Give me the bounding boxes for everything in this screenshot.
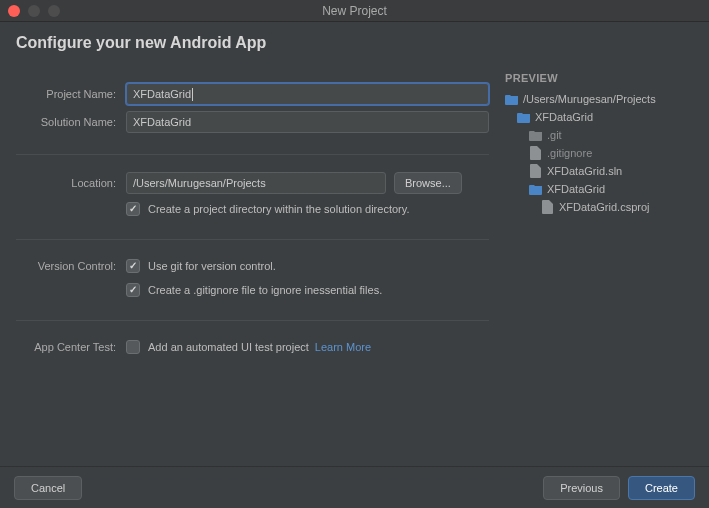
folder-icon (505, 92, 519, 106)
solution-name-label: Solution Name: (16, 116, 126, 128)
use-git-label: Use git for version control. (148, 260, 276, 272)
form-column: Project Name: XFDataGrid Solution Name: … (16, 66, 505, 466)
gitignore-label: Create a .gitignore file to ignore iness… (148, 284, 382, 296)
tree-root: /Users/Murugesan/Projects (505, 90, 693, 108)
page-title: Configure your new Android App (0, 22, 709, 66)
tree-gitignore-file: .gitignore (505, 144, 693, 162)
file-icon (529, 164, 543, 178)
close-window-button[interactable] (8, 5, 20, 17)
tree-sln-file: XFDataGrid.sln (505, 162, 693, 180)
tree-label: XFDataGrid (547, 183, 605, 195)
tree-csproj-file: XFDataGrid.csproj (505, 198, 693, 216)
project-name-value: XFDataGrid (133, 88, 191, 100)
folder-icon (517, 110, 531, 124)
tree-solution-dir: XFDataGrid (505, 108, 693, 126)
folder-icon (529, 128, 543, 142)
project-name-field[interactable]: XFDataGrid (126, 83, 489, 105)
project-name-label: Project Name: (16, 88, 126, 100)
file-icon (541, 200, 555, 214)
location-value: /Users/Murugesan/Projects (133, 177, 266, 189)
create-directory-label: Create a project directory within the so… (148, 203, 409, 215)
previous-button[interactable]: Previous (543, 476, 620, 500)
text-caret-icon (192, 88, 193, 101)
learn-more-link[interactable]: Learn More (315, 341, 371, 353)
solution-name-field[interactable]: XFDataGrid (126, 111, 489, 133)
location-label: Location: (16, 177, 126, 189)
tree-label: XFDataGrid (535, 111, 593, 123)
tree-label: .gitignore (547, 147, 592, 159)
ui-test-checkbox[interactable] (126, 340, 140, 354)
tree-label: XFDataGrid.sln (547, 165, 622, 177)
location-field[interactable]: /Users/Murugesan/Projects (126, 172, 386, 194)
browse-button-label: Browse... (405, 177, 451, 189)
create-button[interactable]: Create (628, 476, 695, 500)
cancel-button-label: Cancel (31, 482, 65, 494)
file-icon (529, 146, 543, 160)
use-git-checkbox[interactable] (126, 259, 140, 273)
create-button-label: Create (645, 482, 678, 494)
minimize-window-button (28, 5, 40, 17)
ui-test-label: Add an automated UI test project (148, 341, 309, 353)
preview-column: PREVIEW /Users/Murugesan/Projects XFData… (505, 66, 693, 466)
folder-icon (529, 182, 543, 196)
traffic-lights (8, 5, 60, 17)
browse-button[interactable]: Browse... (394, 172, 462, 194)
bottom-bar: Cancel Previous Create (0, 466, 709, 508)
titlebar: New Project (0, 0, 709, 22)
preview-tree: /Users/Murugesan/Projects XFDataGrid .gi… (505, 90, 693, 216)
tree-project-dir: XFDataGrid (505, 180, 693, 198)
zoom-window-button (48, 5, 60, 17)
tree-label: .git (547, 129, 562, 141)
tree-label: XFDataGrid.csproj (559, 201, 649, 213)
tree-label: /Users/Murugesan/Projects (523, 93, 656, 105)
app-center-test-label: App Center Test: (16, 341, 126, 353)
create-directory-checkbox[interactable] (126, 202, 140, 216)
tree-git-dir: .git (505, 126, 693, 144)
previous-button-label: Previous (560, 482, 603, 494)
gitignore-checkbox[interactable] (126, 283, 140, 297)
solution-name-value: XFDataGrid (133, 116, 191, 128)
window-title: New Project (0, 4, 709, 18)
preview-title: PREVIEW (505, 72, 693, 84)
version-control-label: Version Control: (16, 260, 126, 272)
cancel-button[interactable]: Cancel (14, 476, 82, 500)
